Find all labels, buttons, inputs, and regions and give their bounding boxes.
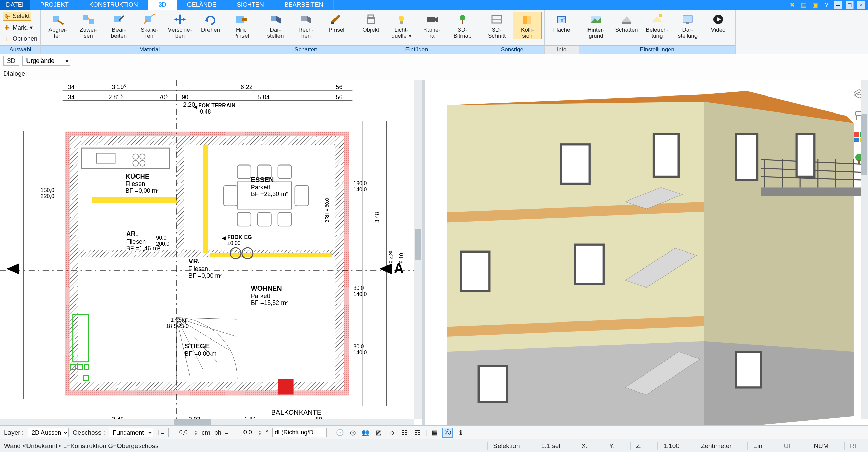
mode-tag: 3D <box>3 56 19 66</box>
ribbon-btn-beleuchtung[interactable]: Beleuch- tung <box>643 12 671 39</box>
minimize-button[interactable]: – <box>834 1 842 9</box>
geschoss-select[interactable]: Fundament <box>109 428 153 437</box>
window-icon-2[interactable]: ▣ <box>811 1 819 9</box>
ribbon-btn-abgreifen[interactable]: Abgrei- fen <box>43 12 72 39</box>
ribbon-btn-drehen[interactable]: Drehen <box>196 12 225 33</box>
clock-icon[interactable]: 🕑 <box>335 428 345 438</box>
ribbon-btn-darstellung[interactable]: Dar- stellung <box>673 12 702 39</box>
stack-icon[interactable]: ☷ <box>399 428 410 438</box>
tab-3d[interactable]: 3D <box>148 0 177 10</box>
view-2d-plan[interactable]: A KÜCHE ESSEN AR. VR. WOHNEN STIEGE Flie… <box>0 80 422 425</box>
building-3d-canvas[interactable] <box>425 80 868 425</box>
svg-rect-60 <box>84 365 89 369</box>
svg-text:70⁵: 70⁵ <box>159 94 168 101</box>
svg-marker-7 <box>179 14 181 16</box>
ribbon-btn-flche[interactable]: m²Fläche <box>547 12 576 33</box>
dl-input[interactable] <box>272 428 327 437</box>
Objekt-icon <box>363 13 378 25</box>
ribbon-caption-material: Material <box>41 45 258 54</box>
phi-stepper[interactable]: ▲▼ <box>258 430 262 436</box>
status-y: Y: <box>603 442 620 450</box>
layer-icon[interactable]: ▨ <box>374 428 384 438</box>
tab-projekt[interactable]: PROJEKT <box>30 0 79 10</box>
maximize-button[interactable]: □ <box>846 1 854 9</box>
svg-rect-14 <box>331 22 334 24</box>
auswahl-optionen[interactable]: + Optionen <box>3 34 39 44</box>
ribbon-btn-3dschnitt[interactable]: 3D- Schnitt <box>483 12 511 39</box>
tab-bearbeiten[interactable]: BEARBEITEN <box>274 0 334 10</box>
svg-marker-10 <box>183 18 186 21</box>
tab-sichten[interactable]: SICHTEN <box>227 0 274 10</box>
grid-icon[interactable]: ▦ <box>430 428 440 438</box>
ribbon-btn-3dbitmap[interactable]: 3D- Bitmap <box>448 12 477 39</box>
phi-input[interactable] <box>233 428 254 437</box>
scrollbar-2d-horizontal[interactable] <box>0 419 414 425</box>
svg-text:140,0: 140,0 <box>353 291 367 297</box>
ribbon-btn-lichtquelle[interactable]: Licht- quelle ▾ <box>387 12 416 39</box>
tab-konstruktion[interactable]: KONSTRUKTION <box>79 0 148 10</box>
scrollbar-2d-vertical[interactable] <box>414 80 422 419</box>
svg-rect-61 <box>84 376 88 380</box>
svg-marker-89 <box>7 263 19 274</box>
svg-text:STIEGE: STIEGE <box>185 342 210 350</box>
view-3d[interactable] <box>425 80 868 425</box>
target-icon[interactable]: ◎ <box>348 428 358 438</box>
stack2-icon[interactable]: ☶ <box>412 428 422 438</box>
ribbon-btn-hintergrund[interactable]: Hinter- grund <box>582 12 610 39</box>
auswahl-selekt[interactable]: Selekt <box>3 12 31 21</box>
layer-terrain-select[interactable]: Urgelände <box>22 56 70 66</box>
ribbon-btn-video[interactable]: Video <box>704 12 733 33</box>
ribbon-btn-hinpinsel[interactable]: Hin. Pinsel <box>227 12 255 39</box>
ribbon-btn-objekt[interactable]: Objekt <box>357 12 385 33</box>
ribbon-group-einstellungen: Hinter- grundSchattenBeleuch- tungDar- s… <box>579 10 736 54</box>
ribbon-btn-kollision[interactable]: Kolli- sion <box>513 12 542 39</box>
view-splitter[interactable] <box>422 80 425 425</box>
ribbon-btn-darstellen[interactable]: Dar- stellen <box>261 12 290 39</box>
svg-rect-185 <box>858 160 860 164</box>
layer-select[interactable]: 2D Aussen <box>28 428 69 437</box>
svg-text:FOK TERRAIN: FOK TERRAIN <box>198 103 235 108</box>
auswahl-mark[interactable]: ✚ Mark. ▾ <box>3 23 34 32</box>
ribbon-btn-label: Hin. Pinsel <box>233 27 249 39</box>
l-input[interactable] <box>168 428 190 437</box>
Abgrei--icon <box>50 13 65 25</box>
ribbon-btn-label: 3D- Bitmap <box>454 27 472 39</box>
ribbon-btn-rechnen[interactable]: Rech- nen <box>292 12 320 39</box>
svg-marker-88 <box>380 263 392 274</box>
window-icon-1[interactable]: ▦ <box>799 1 808 9</box>
Licht--icon <box>394 13 409 25</box>
tools-icon[interactable]: ✖ <box>788 1 796 9</box>
ribbon-btn-pinsel[interactable]: Pinsel <box>322 12 351 33</box>
svg-rect-18 <box>400 21 403 24</box>
ribbon-group-einfuegen: ObjektLicht- quelle ▾Kame- ra3D- Bitmap … <box>354 10 480 54</box>
svg-rect-151 <box>761 187 868 196</box>
svg-point-73 <box>140 154 145 159</box>
info-icon[interactable]: ℹ <box>455 428 466 438</box>
svg-text:5.04: 5.04 <box>258 94 270 101</box>
floorplan-canvas[interactable]: A KÜCHE ESSEN AR. VR. WOHNEN STIEGE Flie… <box>0 80 422 425</box>
help-icon[interactable]: ? <box>822 1 831 9</box>
svg-text:AR.: AR. <box>126 230 138 238</box>
snap-n-icon[interactable]: Ⓝ <box>442 428 453 438</box>
svg-point-74 <box>133 161 138 166</box>
tab-datei[interactable]: DATEI <box>0 0 30 10</box>
ribbon-btn-zuweisen[interactable]: Zuwei- sen <box>74 12 103 39</box>
group-icon[interactable]: 👥 <box>361 428 371 438</box>
bottom-toolbar: Layer : 2D Aussen Geschoss : Fundament l… <box>0 425 868 439</box>
phi-label: phi = <box>214 429 229 436</box>
svg-text:BF =0,00 m²: BF =0,00 m² <box>188 272 222 279</box>
ribbon-btn-skalieren[interactable]: Skalie- ren <box>135 12 164 39</box>
tab-gelaende[interactable]: GELÄNDE <box>177 0 227 10</box>
ribbon-btn-schatten[interactable]: Schatten <box>612 12 641 33</box>
ribbon-btn-kamera[interactable]: Kame- ra <box>418 12 446 39</box>
close-button[interactable]: × <box>857 1 865 9</box>
svg-rect-68 <box>258 212 271 226</box>
svg-text:34: 34 <box>68 84 75 90</box>
l-stepper[interactable]: ▲▼ <box>194 430 198 436</box>
scrollbar-3d-vertical[interactable] <box>861 80 868 419</box>
Dar--icon <box>268 13 283 25</box>
diamond-icon[interactable]: ◇ <box>386 428 397 438</box>
ribbon-btn-bearbeiten[interactable]: Bear- beiten <box>105 12 133 39</box>
Bear--icon <box>111 13 126 25</box>
ribbon-btn-verschieben[interactable]: Verschie- ben <box>166 12 194 39</box>
